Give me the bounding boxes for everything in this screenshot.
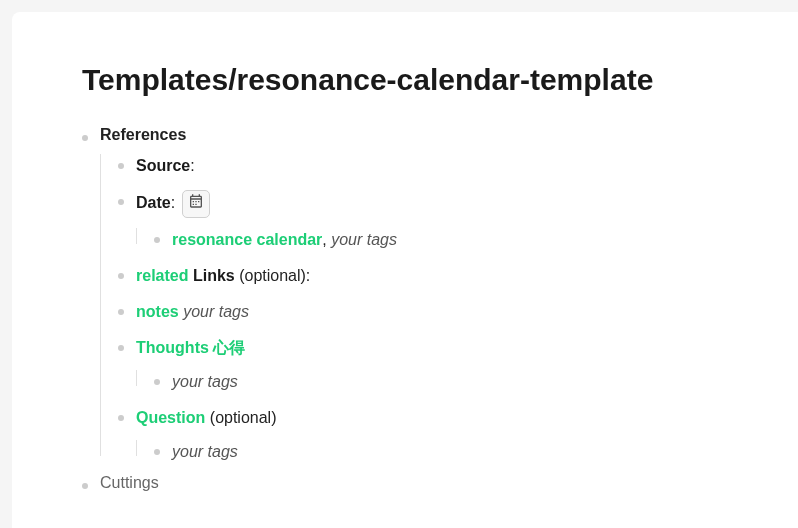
references-block: References Source: Date: resonance calen	[82, 126, 740, 464]
notes-tags: your tags	[183, 303, 249, 320]
cuttings-block: Cuttings	[82, 474, 740, 492]
resonance-tags: your tags	[331, 231, 397, 248]
date-colon: :	[171, 194, 180, 211]
thoughts-children: your tags	[136, 370, 740, 394]
thoughts-link[interactable]: Thoughts 心得	[136, 339, 245, 356]
document-page: Templates/resonance-calendar-template Re…	[12, 12, 798, 528]
resonance-row: resonance calendar, your tags	[154, 228, 740, 252]
date-children: resonance calendar, your tags	[136, 228, 740, 252]
related-optional: (optional):	[239, 267, 310, 284]
question-children: your tags	[136, 440, 740, 464]
notes-link[interactable]: notes	[136, 303, 179, 320]
date-row: Date: resonance calendar, your tags	[118, 190, 740, 252]
source-label: Source	[136, 157, 190, 174]
resonance-calendar-link[interactable]: resonance calendar	[172, 231, 322, 248]
question-tags-row: your tags	[154, 440, 740, 464]
calendar-icon	[188, 192, 204, 216]
question-optional: (optional)	[210, 409, 277, 426]
cuttings-label: Cuttings	[100, 474, 159, 491]
question-link[interactable]: Question	[136, 409, 205, 426]
thoughts-tags: your tags	[172, 373, 238, 390]
related-link[interactable]: related	[136, 267, 188, 284]
question-tags: your tags	[172, 443, 238, 460]
notes-row: notes your tags	[118, 300, 740, 324]
resonance-sep: ,	[322, 231, 331, 248]
references-heading[interactable]: References	[100, 126, 186, 143]
date-picker-button[interactable]	[182, 190, 210, 218]
source-colon: :	[190, 157, 194, 174]
references-children: Source: Date: resonance calendar, your t…	[100, 154, 740, 464]
outline-root: References Source: Date: resonance calen	[82, 126, 740, 492]
related-links-row: related Links (optional):	[118, 264, 740, 288]
thoughts-tags-row: your tags	[154, 370, 740, 394]
question-row: Question (optional) your tags	[118, 406, 740, 464]
page-title: Templates/resonance-calendar-template	[82, 62, 740, 98]
related-links-label: Links	[188, 267, 239, 284]
source-row: Source:	[118, 154, 740, 178]
thoughts-row: Thoughts 心得 your tags	[118, 336, 740, 394]
date-label: Date	[136, 194, 171, 211]
